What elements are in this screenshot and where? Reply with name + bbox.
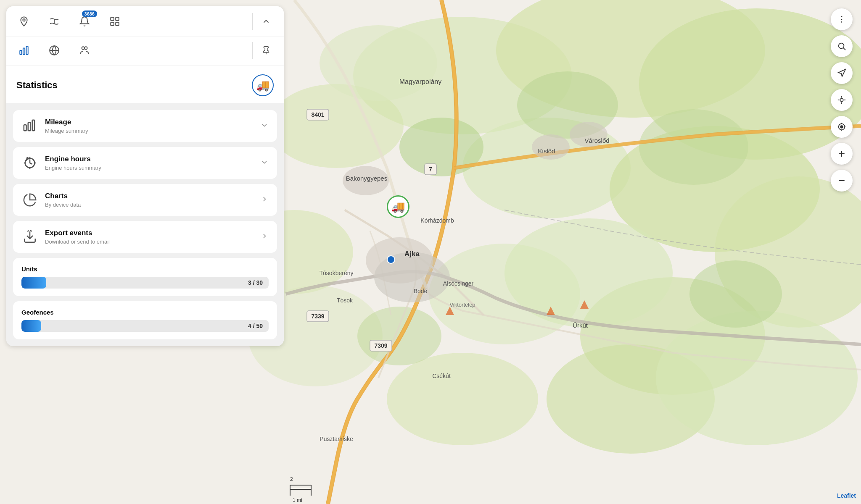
svg-point-81	[839, 43, 844, 49]
zoom-in-button[interactable]: +	[831, 143, 853, 165]
icon-group-left: 3686	[15, 12, 248, 31]
svg-point-14	[656, 311, 858, 445]
svg-point-80	[841, 21, 843, 23]
units-section: Units 3 / 30	[13, 258, 277, 296]
vehicle-selector[interactable]: 🚚	[252, 74, 274, 96]
svg-text:Tósok: Tósok	[337, 297, 353, 304]
map-settings-button[interactable]	[45, 41, 63, 60]
svg-point-78	[841, 16, 843, 17]
icon-divider-1	[252, 13, 253, 30]
second-icon-bar	[6, 37, 284, 66]
svg-point-19	[639, 109, 748, 185]
svg-rect-74	[32, 120, 35, 131]
svg-point-23	[374, 252, 450, 302]
geofences-count: 4 / 50	[248, 323, 263, 329]
units-label: Units	[21, 265, 269, 273]
units-count: 3 / 30	[248, 279, 263, 286]
charts-icon	[21, 192, 38, 208]
geofences-section: Geofences 4 / 50	[13, 301, 277, 339]
svg-text:Alsócsinger: Alsócsinger	[443, 280, 474, 287]
mileage-subtitle: Mileage summary	[45, 128, 254, 134]
engine-hours-item[interactable]: Engine hours Engine hours summary	[13, 147, 277, 179]
left-panel: 3686	[6, 6, 284, 346]
svg-rect-61	[111, 17, 114, 21]
search-button[interactable]	[831, 35, 853, 57]
map-controls: + −	[831, 8, 853, 192]
svg-rect-63	[111, 22, 114, 26]
svg-line-82	[843, 48, 845, 50]
charts-title: Charts	[45, 192, 254, 200]
notifications-button[interactable]: 3686	[75, 12, 94, 31]
export-events-text: Export events Download or send to email	[45, 229, 254, 245]
location-pin-button[interactable]	[15, 12, 33, 31]
svg-point-84	[840, 98, 843, 101]
crosshair-button[interactable]	[831, 89, 853, 111]
svg-text:Bodé: Bodé	[414, 288, 428, 294]
mileage-icon	[21, 118, 38, 134]
engine-hours-subtitle: Engine hours summary	[45, 165, 254, 171]
svg-text:7309: 7309	[374, 342, 387, 349]
engine-hours-text: Engine hours Engine hours summary	[45, 155, 254, 171]
export-events-title: Export events	[45, 229, 254, 237]
charts-subtitle: By device data	[45, 202, 254, 208]
svg-point-25	[532, 134, 570, 160]
svg-text:1 mi: 1 mi	[293, 497, 302, 503]
svg-text:7: 7	[429, 166, 432, 173]
svg-point-12	[387, 353, 538, 445]
units-progress-fill	[21, 277, 46, 289]
svg-text:Kórházdomb: Kórházdomb	[420, 217, 454, 224]
vehicle-marker[interactable]: 🚚	[387, 195, 409, 218]
pin-button[interactable]	[257, 41, 275, 60]
export-events-item[interactable]: Export events Download or send to email	[13, 221, 277, 253]
notification-badge: 3686	[82, 10, 97, 17]
svg-marker-83	[838, 69, 845, 76]
locate-button[interactable]	[831, 116, 853, 138]
svg-text:Viktortelep: Viktortelep	[449, 302, 475, 308]
svg-rect-64	[116, 22, 119, 26]
zoom-out-button[interactable]: −	[831, 170, 853, 192]
svg-text:Pusztamiske: Pusztamiske	[320, 436, 353, 442]
collapse-button[interactable]	[257, 12, 275, 31]
icon-group-second	[15, 41, 248, 60]
leaflet-attribution[interactable]: Leaflet	[837, 492, 856, 499]
svg-point-69	[82, 47, 85, 50]
users-button[interactable]	[75, 41, 94, 60]
navigate-button[interactable]	[831, 62, 853, 84]
svg-text:8401: 8401	[311, 111, 324, 118]
svg-rect-65	[20, 50, 21, 55]
units-progress-bar: 3 / 30	[21, 277, 269, 289]
statistics-content: Mileage Mileage summary	[6, 103, 284, 346]
svg-text:7339: 7339	[311, 313, 324, 320]
svg-text:Ajka: Ajka	[404, 250, 420, 258]
svg-point-20	[689, 260, 782, 328]
icon-divider-2	[252, 42, 253, 59]
geofences-progress-bar: 4 / 50	[21, 320, 269, 332]
mileage-item[interactable]: Mileage Mileage summary	[13, 110, 277, 142]
engine-hours-icon	[21, 155, 38, 171]
svg-text:Magyarpolány: Magyarpolány	[399, 78, 442, 85]
route-button[interactable]	[45, 12, 63, 31]
export-events-chevron	[260, 232, 269, 242]
top-icon-bar: 3686	[6, 6, 284, 37]
charts-item[interactable]: Charts By device data	[13, 184, 277, 216]
mileage-text: Mileage Mileage summary	[45, 118, 254, 134]
geofences-progress-fill	[21, 320, 41, 332]
svg-point-90	[840, 126, 843, 128]
more-options-button[interactable]	[831, 8, 853, 30]
mileage-title: Mileage	[45, 118, 254, 126]
export-events-icon	[21, 228, 38, 245]
svg-text:Csékút: Csékút	[432, 373, 451, 379]
svg-text:Városlőd: Városlőd	[584, 137, 609, 144]
engine-hours-chevron	[260, 158, 269, 168]
svg-rect-62	[116, 17, 119, 21]
svg-rect-67	[26, 46, 28, 55]
svg-rect-66	[23, 48, 25, 55]
charts-chevron	[260, 195, 269, 205]
statistics-button[interactable]	[15, 41, 33, 60]
svg-point-17	[399, 118, 483, 176]
statistics-title: Statistics	[16, 80, 58, 91]
svg-text:Ürkút: Ürkút	[573, 322, 588, 329]
geofence-button[interactable]	[106, 12, 124, 31]
svg-point-60	[23, 19, 25, 21]
geofences-label: Geofences	[21, 309, 269, 316]
